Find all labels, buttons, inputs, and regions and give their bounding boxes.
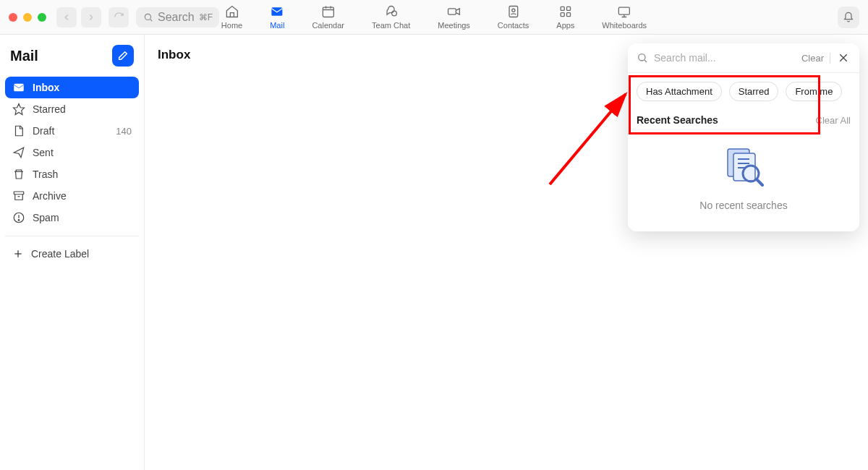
svg-rect-18 [14,84,24,92]
svg-point-0 [145,14,150,20]
draft-count: 140 [116,126,132,137]
svg-rect-12 [566,7,570,10]
svg-rect-2 [272,7,283,16]
svg-rect-14 [566,13,570,17]
search-clear-button[interactable]: Clear [801,53,830,64]
nav-label: Meetings [438,21,470,30]
whiteboard-icon [617,4,631,19]
mail-search-input[interactable] [654,52,796,64]
spam-icon [12,211,25,224]
empty-search-illustration-icon [720,145,767,191]
mail-icon [270,4,284,19]
nav-mail[interactable]: Mail [270,4,284,30]
search-close-button[interactable] [836,51,851,65]
top-bar: Search ⌘F Home Mail Calendar Team Chat M… [0,0,868,35]
home-icon [225,4,239,19]
svg-line-1 [150,19,153,21]
recent-searches-empty: No recent searches [628,132,859,231]
window-controls [9,13,46,22]
svg-point-27 [639,54,645,61]
sidebar: Mail Inbox Starred Draft 140 Sent [0,35,145,470]
folder-inbox[interactable]: Inbox [5,77,139,98]
clear-all-button[interactable]: Clear All [816,115,851,126]
trash-icon [12,168,25,181]
recent-searches-title: Recent Searches [637,114,718,126]
nav-meetings[interactable]: Meetings [438,4,470,30]
sidebar-title: Mail [10,48,38,64]
search-filters: Has Attachment Starred From me [628,73,859,110]
svg-marker-19 [14,104,25,115]
nav-contacts[interactable]: Contacts [498,4,529,30]
nav-apps[interactable]: Apps [556,4,574,30]
global-search-shortcut: ⌘F [199,12,213,22]
nav-label: Calendar [312,21,344,30]
search-icon [637,52,648,64]
search-icon [143,12,153,22]
svg-rect-20 [14,192,24,195]
nav-label: Mail [270,21,284,30]
nav-team-chat[interactable]: Team Chat [372,4,410,30]
create-label-button[interactable]: Create Label [0,244,144,264]
filter-from-me[interactable]: From me [786,82,842,101]
close-icon [838,52,849,64]
svg-rect-8 [448,9,456,14]
folder-label: Draft [33,125,54,137]
filter-starred[interactable]: Starred [729,82,779,101]
folder-sent[interactable]: Sent [5,142,139,163]
folder-spam[interactable]: Spam [5,207,139,228]
svg-rect-3 [323,7,333,17]
contacts-icon [506,4,521,19]
nav-label: Team Chat [372,21,410,30]
global-search[interactable]: Search ⌘F [136,7,219,27]
maximize-window-icon[interactable] [38,13,46,22]
notifications-button[interactable] [838,7,859,28]
inbox-icon [12,81,25,94]
folder-starred[interactable]: Starred [5,98,139,120]
forward-button[interactable] [81,7,101,27]
nav-label: Contacts [498,21,529,30]
folder-label: Archive [33,190,67,202]
nav-calendar[interactable]: Calendar [312,4,344,30]
compose-button[interactable] [112,45,134,67]
folder-trash[interactable]: Trash [5,163,139,185]
svg-line-37 [757,179,762,185]
nav-home[interactable]: Home [221,4,242,30]
plus-icon [12,248,24,260]
folder-label: Starred [33,103,66,115]
svg-rect-15 [619,7,630,14]
top-nav: Home Mail Calendar Team Chat Meetings Co… [221,4,647,30]
video-icon [447,4,461,19]
folder-label: Spam [33,212,59,223]
create-label-text: Create Label [31,248,89,260]
refresh-button[interactable] [109,7,129,27]
svg-line-28 [644,60,647,62]
calendar-icon [321,4,336,19]
folder-label: Inbox [33,82,59,93]
folder-label: Sent [33,147,54,158]
global-search-placeholder: Search [158,11,195,24]
nav-label: Whiteboards [602,21,647,30]
bell-icon [843,12,854,23]
star-icon [12,103,25,116]
filter-has-attachment[interactable]: Has Attachment [637,82,722,101]
folder-draft[interactable]: Draft 140 [5,120,139,142]
archive-icon [12,189,25,202]
svg-rect-13 [561,13,564,17]
empty-search-message: No recent searches [699,200,787,211]
folder-archive[interactable]: Archive [5,185,139,207]
svg-rect-11 [561,7,564,10]
nav-label: Apps [556,21,574,30]
sent-icon [12,146,25,159]
apps-icon [558,4,573,19]
svg-point-24 [18,220,20,221]
minimize-window-icon[interactable] [23,13,32,22]
chat-icon [384,4,399,19]
draft-icon [12,124,25,137]
close-window-icon[interactable] [9,13,17,22]
pencil-icon [117,50,129,61]
mail-search-panel: Clear Has Attachment Starred From me Rec… [628,43,859,231]
history-nav [56,7,101,27]
back-button[interactable] [56,7,77,27]
nav-whiteboards[interactable]: Whiteboards [602,4,647,30]
folder-label: Trash [33,168,58,180]
